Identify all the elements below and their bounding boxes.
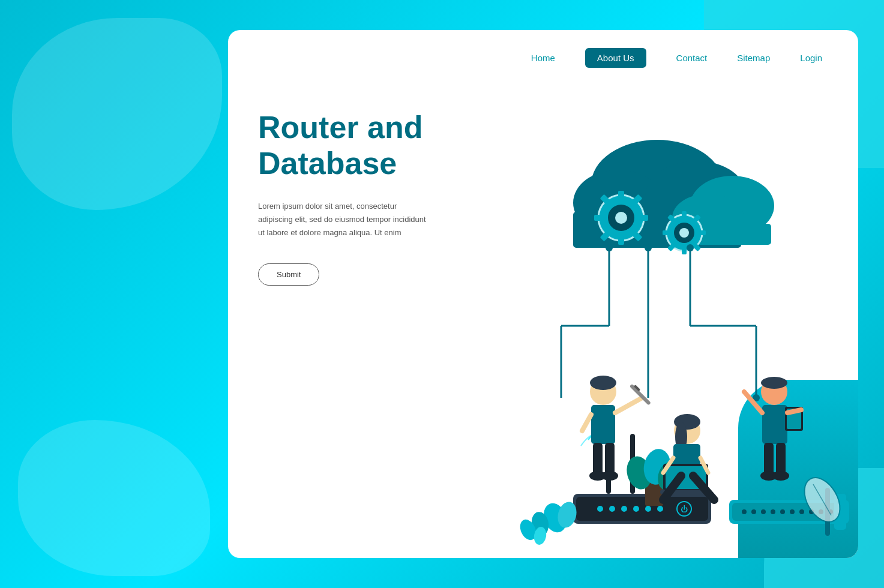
nav-contact[interactable]: Contact xyxy=(676,53,708,63)
svg-point-89 xyxy=(601,471,618,481)
svg-point-48 xyxy=(657,506,663,512)
svg-rect-21 xyxy=(682,211,687,218)
svg-line-83 xyxy=(582,415,591,431)
svg-rect-24 xyxy=(663,230,669,235)
svg-point-47 xyxy=(645,506,651,512)
svg-rect-87 xyxy=(605,443,615,476)
svg-point-38 xyxy=(645,244,652,251)
svg-line-107 xyxy=(787,410,801,413)
svg-rect-11 xyxy=(618,236,624,245)
page-description: Lorem ipsum dolor sit amet, consectetur … xyxy=(258,200,426,239)
svg-rect-13 xyxy=(594,215,603,221)
svg-line-106 xyxy=(744,392,762,413)
right-panel: ⏻ xyxy=(456,86,858,558)
left-panel: Router and Database Lorem ipsum dolor si… xyxy=(228,86,456,558)
svg-rect-86 xyxy=(593,443,603,476)
svg-point-55 xyxy=(742,509,747,514)
nav-login[interactable]: Login xyxy=(800,53,822,63)
svg-line-82 xyxy=(615,398,642,413)
nav-sitemap[interactable]: Sitemap xyxy=(737,53,770,63)
svg-text:⏻: ⏻ xyxy=(681,505,688,514)
svg-point-111 xyxy=(772,471,789,481)
svg-rect-10 xyxy=(618,191,624,199)
svg-rect-22 xyxy=(682,248,687,254)
svg-point-39 xyxy=(687,244,694,251)
svg-point-36 xyxy=(606,244,613,251)
svg-point-9 xyxy=(615,212,627,224)
svg-point-44 xyxy=(609,506,615,512)
svg-point-102 xyxy=(761,377,787,389)
svg-rect-81 xyxy=(591,405,615,444)
svg-point-80 xyxy=(590,376,616,390)
svg-rect-108 xyxy=(764,443,774,476)
submit-button[interactable]: Submit xyxy=(258,263,319,286)
svg-rect-109 xyxy=(776,443,786,476)
svg-point-46 xyxy=(633,506,639,512)
svg-point-61 xyxy=(799,509,804,514)
nav-home[interactable]: Home xyxy=(531,53,555,63)
main-card: Home About Us Contact Sitemap Login Rout… xyxy=(228,30,858,558)
svg-point-45 xyxy=(621,506,627,512)
content-area: Router and Database Lorem ipsum dolor si… xyxy=(228,86,858,558)
svg-rect-12 xyxy=(640,215,648,221)
svg-rect-103 xyxy=(762,405,787,444)
svg-point-58 xyxy=(771,509,775,514)
svg-point-56 xyxy=(751,509,756,514)
page-title: Router and Database xyxy=(258,110,426,182)
svg-point-60 xyxy=(790,509,795,514)
navigation: Home About Us Contact Sitemap Login xyxy=(228,30,858,86)
nav-about[interactable]: About Us xyxy=(585,48,646,68)
svg-point-43 xyxy=(597,506,603,512)
illustration: ⏻ xyxy=(456,86,858,558)
svg-rect-23 xyxy=(699,230,706,235)
svg-point-59 xyxy=(780,509,785,514)
svg-point-20 xyxy=(679,228,689,238)
svg-point-57 xyxy=(761,509,766,514)
